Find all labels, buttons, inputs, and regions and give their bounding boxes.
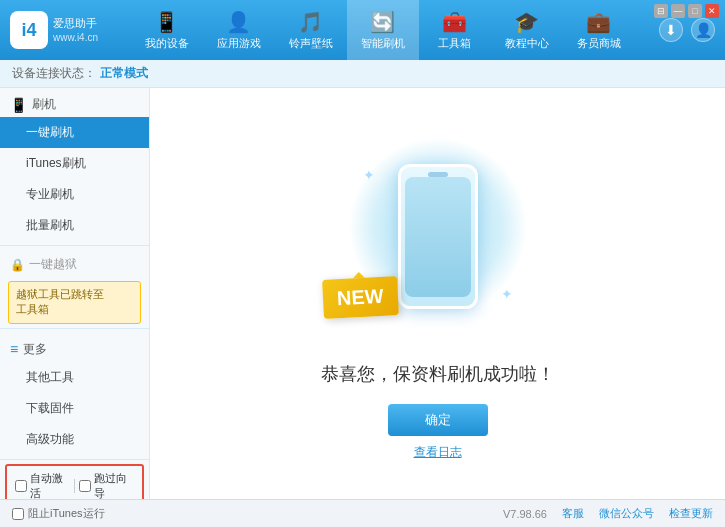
window-controls: ⊟ — □ ✕ bbox=[654, 4, 719, 18]
footer-link-wechat[interactable]: 微信公众号 bbox=[599, 506, 654, 521]
sidebar: 📱 刷机 一键刷机 iTunes刷机 专业刷机 批量刷机 🔒 一键越狱 bbox=[0, 88, 150, 499]
flash-group-icon: 📱 bbox=[10, 97, 27, 113]
tab-ringtone[interactable]: 🎵 铃声壁纸 bbox=[275, 0, 347, 60]
version-label: V7.98.66 bbox=[503, 508, 547, 520]
footer: 阻止iTunes运行 V7.98.66 客服 微信公众号 检查更新 bbox=[0, 499, 725, 527]
minimize-button[interactable]: — bbox=[671, 4, 685, 18]
phone-illustration: ✦ ✦ ✦ NEW bbox=[338, 127, 538, 347]
sparkle-1: ✦ bbox=[491, 147, 503, 163]
toolbox-icon: 🧰 bbox=[442, 10, 467, 34]
sparkle-3: ✦ bbox=[501, 286, 513, 302]
sidebar-item-pro-flash[interactable]: 专业刷机 bbox=[0, 179, 149, 210]
auto-activate-row: 自动激活 跑过向导 bbox=[5, 464, 144, 499]
auto-activate-checkbox-label[interactable]: 自动激活 bbox=[15, 471, 70, 499]
sidebar-notice: 越狱工具已跳转至工具箱 bbox=[8, 281, 141, 324]
sidebar-group-more: ≡ 更多 bbox=[0, 333, 149, 362]
sidebar-divider-2 bbox=[0, 328, 149, 329]
new-badge: NEW bbox=[322, 276, 399, 319]
sidebar-disabled-jailbreak: 🔒 一键越狱 bbox=[0, 250, 149, 277]
tab-service[interactable]: 💼 务员商城 bbox=[563, 0, 635, 60]
footer-link-customer[interactable]: 客服 bbox=[562, 506, 584, 521]
phone-screen bbox=[405, 177, 471, 297]
footer-left: 阻止iTunes运行 bbox=[12, 506, 503, 521]
maximize-button[interactable]: □ bbox=[688, 4, 702, 18]
download-button[interactable]: ⬇ bbox=[659, 18, 683, 42]
apps-games-icon: 👤 bbox=[226, 10, 251, 34]
tab-apps-games[interactable]: 👤 应用游戏 bbox=[203, 0, 275, 60]
tab-toolbox[interactable]: 🧰 工具箱 bbox=[419, 0, 491, 60]
close-button[interactable]: ✕ bbox=[705, 4, 719, 18]
footer-link-update[interactable]: 检查更新 bbox=[669, 506, 713, 521]
wifi-button[interactable]: ⊟ bbox=[654, 4, 668, 18]
user-button[interactable]: 👤 bbox=[691, 18, 715, 42]
sidebar-item-one-key-flash[interactable]: 一键刷机 bbox=[0, 117, 149, 148]
tab-smart-flash[interactable]: 🔄 智能刷机 bbox=[347, 0, 419, 60]
logo-area: i4 爱思助手 www.i4.cn bbox=[10, 11, 130, 49]
stop-itunes-checkbox[interactable] bbox=[12, 508, 24, 520]
main-layout: 📱 刷机 一键刷机 iTunes刷机 专业刷机 批量刷机 🔒 一键越狱 bbox=[0, 88, 725, 499]
phone-body bbox=[398, 164, 478, 309]
sparkle-2: ✦ bbox=[363, 167, 375, 183]
sidebar-item-batch-flash[interactable]: 批量刷机 bbox=[0, 210, 149, 241]
guide-activate-checkbox-label[interactable]: 跑过向导 bbox=[79, 471, 134, 499]
footer-right: V7.98.66 客服 微信公众号 检查更新 bbox=[503, 506, 713, 521]
service-icon: 💼 bbox=[586, 10, 611, 34]
my-device-icon: 📱 bbox=[154, 10, 179, 34]
sidebar-item-advanced[interactable]: 高级功能 bbox=[0, 424, 149, 455]
sidebar-item-download-firmware[interactable]: 下载固件 bbox=[0, 393, 149, 424]
status-bar: 设备连接状态： 正常模式 bbox=[0, 60, 725, 88]
sidebar-item-itunes-flash[interactable]: iTunes刷机 bbox=[0, 148, 149, 179]
ringtone-icon: 🎵 bbox=[298, 10, 323, 34]
sidebar-group-flash: 📱 刷机 bbox=[0, 88, 149, 117]
header: i4 爱思助手 www.i4.cn 📱 我的设备 👤 应用游戏 🎵 铃声壁纸 🔄… bbox=[0, 0, 725, 60]
header-right: ⬇ 👤 bbox=[635, 18, 715, 42]
tab-my-device[interactable]: 📱 我的设备 bbox=[131, 0, 203, 60]
sidebar-item-other-tools[interactable]: 其他工具 bbox=[0, 362, 149, 393]
tab-tutorial[interactable]: 🎓 教程中心 bbox=[491, 0, 563, 60]
sidebar-divider-1 bbox=[0, 245, 149, 246]
guide-activate-checkbox[interactable] bbox=[79, 480, 91, 492]
success-message: 恭喜您，保资料刷机成功啦！ bbox=[321, 362, 555, 386]
smart-flash-icon: 🔄 bbox=[370, 10, 395, 34]
sidebar-divider-3 bbox=[0, 459, 149, 460]
log-link[interactable]: 查看日志 bbox=[414, 444, 462, 461]
more-group-icon: ≡ bbox=[10, 341, 18, 357]
divider-v bbox=[74, 479, 75, 493]
confirm-button[interactable]: 确定 bbox=[388, 404, 488, 436]
content-area: ✦ ✦ ✦ NEW 恭喜您，保资料刷机成功啦！ 确定 查看日志 bbox=[150, 88, 725, 499]
lock-icon: 🔒 bbox=[10, 258, 25, 272]
auto-activate-checkbox[interactable] bbox=[15, 480, 27, 492]
nav-tabs: 📱 我的设备 👤 应用游戏 🎵 铃声壁纸 🔄 智能刷机 🧰 工具箱 🎓 bbox=[130, 0, 635, 60]
logo-text: 爱思助手 www.i4.cn bbox=[53, 16, 98, 43]
tutorial-icon: 🎓 bbox=[514, 10, 539, 34]
app-logo: i4 bbox=[10, 11, 48, 49]
phone-camera bbox=[428, 172, 448, 177]
